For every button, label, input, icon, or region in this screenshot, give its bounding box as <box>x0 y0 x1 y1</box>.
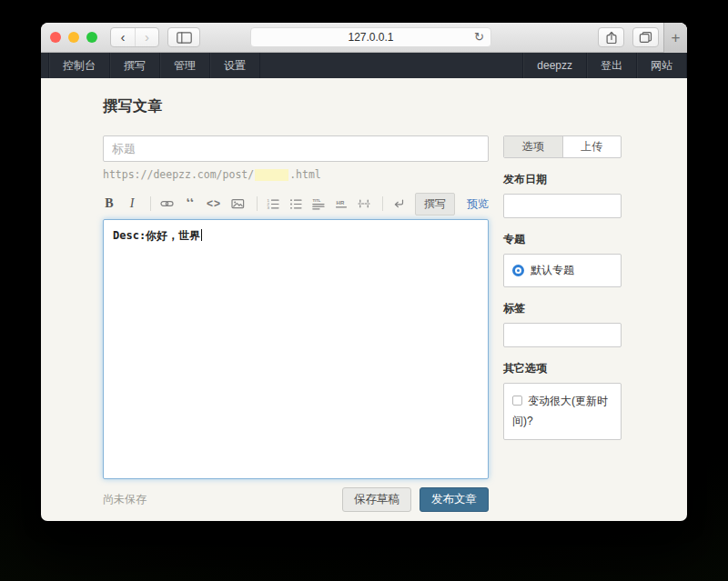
editor-textarea[interactable]: Desc:你好，世界 <box>103 219 489 479</box>
post-title-input[interactable] <box>103 135 489 162</box>
svg-text:3: 3 <box>268 205 270 210</box>
unordered-list-icon[interactable] <box>289 197 302 210</box>
save-draft-button[interactable]: 保存草稿 <box>342 487 411 512</box>
address-bar[interactable]: 127.0.0.1 ↻ <box>250 27 491 47</box>
sidebar-icon <box>177 32 192 44</box>
undo-icon[interactable] <box>392 197 405 210</box>
italic-icon[interactable]: I <box>126 196 138 211</box>
bold-icon[interactable]: B <box>103 196 116 211</box>
history-nav-group: ‹ › <box>110 27 159 47</box>
image-icon[interactable] <box>231 197 245 210</box>
minimize-window-button[interactable] <box>68 32 79 43</box>
editor-footer: 尚未保存 保存草稿 发布文章 <box>103 487 489 512</box>
tab-options[interactable]: 选项 <box>504 136 563 157</box>
editor-toolbar: B I “ <> 123 <box>103 193 489 215</box>
tab-preview[interactable]: 预览 <box>467 196 489 212</box>
tags-input[interactable] <box>503 323 622 347</box>
new-tab-button[interactable]: + <box>663 23 687 53</box>
nav-logout[interactable]: 登出 <box>587 53 637 78</box>
other-options-label: 其它选项 <box>503 361 622 376</box>
topic-option-row[interactable]: 默认专题 <box>503 254 622 287</box>
nav-site[interactable]: 网站 <box>637 53 687 78</box>
text-caret <box>201 229 202 241</box>
navbar-spacer <box>260 53 522 78</box>
url-slug-highlight <box>255 169 288 181</box>
save-status: 尚未保存 <box>103 492 147 507</box>
svg-text:TITL: TITL <box>313 198 321 203</box>
close-window-button[interactable] <box>50 32 61 43</box>
tab-upload[interactable]: 上传 <box>563 136 622 157</box>
checkbox-unchecked-icon[interactable] <box>512 396 522 406</box>
toolbar-divider <box>150 196 151 211</box>
radio-selected-icon[interactable] <box>512 265 524 276</box>
nav-manage[interactable]: 管理 <box>160 53 210 78</box>
tabs-overview-icon <box>639 31 652 44</box>
forward-button[interactable]: › <box>135 28 158 46</box>
update-time-option-row[interactable]: 变动很大(更新时间)? <box>503 383 622 440</box>
heading-icon[interactable]: TITL <box>312 197 325 210</box>
tags-label: 标签 <box>503 301 622 316</box>
url-suffix: .html <box>289 168 321 181</box>
editor-content: Desc:你好，世界 <box>113 229 200 242</box>
traffic-lights <box>50 32 97 43</box>
page-content: 撰写文章 https://deepzz.com/post/.html B I “… <box>41 78 687 512</box>
zoom-window-button[interactable] <box>86 32 97 43</box>
publish-date-label: 发布日期 <box>503 172 622 187</box>
editor-mode-tabs: 撰写 预览 <box>415 193 489 215</box>
toolbar-divider <box>382 196 383 211</box>
back-button[interactable]: ‹ <box>111 28 135 46</box>
address-url: 127.0.0.1 <box>348 31 393 44</box>
nav-dashboard[interactable]: 控制台 <box>48 53 110 78</box>
sidebar-tabs: 选项 上传 <box>503 135 622 158</box>
share-button[interactable] <box>598 27 624 47</box>
quote-icon[interactable]: “ <box>184 198 197 209</box>
browser-window: ‹ › 127.0.0.1 ↻ + 控制台 撰写 <box>41 23 687 521</box>
post-url-preview: https://deepzz.com/post/.html <box>103 168 489 181</box>
topic-option-label: 默认专题 <box>531 263 574 278</box>
update-checkbox-label: 变动很大(更新时间)? <box>512 395 608 427</box>
publish-date-input[interactable] <box>503 194 622 218</box>
options-sidebar: 选项 上传 发布日期 专题 默认专题 标签 其它选项 变动很大(更新时间)? <box>503 135 622 512</box>
page-title: 撰写文章 <box>103 97 687 116</box>
app-navbar: 控制台 撰写 管理 设置 deepzz 登出 网站 <box>41 53 687 78</box>
nav-username[interactable]: deepzz <box>522 53 587 78</box>
browser-titlebar: ‹ › 127.0.0.1 ↻ + <box>41 23 687 53</box>
nav-write[interactable]: 撰写 <box>110 53 160 78</box>
tabs-overview-button[interactable] <box>632 27 659 47</box>
ordered-list-icon[interactable]: 123 <box>267 197 279 210</box>
sidebar-toggle-button[interactable] <box>167 27 200 47</box>
link-icon[interactable] <box>160 197 174 210</box>
toolbar-divider <box>257 196 258 211</box>
reload-button[interactable]: ↻ <box>474 30 484 44</box>
horizontal-rule-icon[interactable]: HR <box>335 197 348 210</box>
editor-column: https://deepzz.com/post/.html B I “ <> <box>103 135 489 512</box>
tab-write[interactable]: 撰写 <box>415 193 455 215</box>
share-icon <box>605 31 618 45</box>
url-prefix: https://deepzz.com/post/ <box>103 168 254 181</box>
publish-button[interactable]: 发布文章 <box>420 487 489 512</box>
nav-settings[interactable]: 设置 <box>210 53 260 78</box>
page-break-icon[interactable] <box>358 197 370 210</box>
topic-label: 专题 <box>503 232 622 247</box>
code-icon[interactable]: <> <box>207 197 221 210</box>
svg-text:HR: HR <box>337 200 345 205</box>
